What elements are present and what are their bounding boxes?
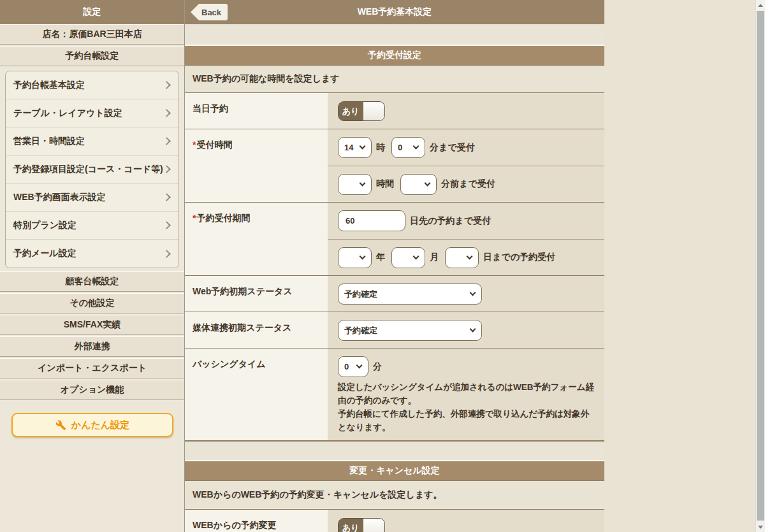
sidebar-item-other-settings[interactable]: その他設定 [0, 293, 184, 313]
sidebar-item-label: 予約登録項目設定(コース・コード等) [13, 164, 163, 175]
setting-label: Web予約初期ステータス [185, 276, 328, 312]
minute-suffix: 分まで受付 [430, 142, 475, 154]
section-header-reception: 予約受付設定 [185, 46, 604, 66]
reservation-ledger-submenu: 予約台帳基本設定 テーブル・レイアウト設定 営業日・時間設定 予約登録項目設定(… [5, 71, 179, 268]
bashing-time-select[interactable]: 0 [338, 356, 368, 377]
sidebar-item-label: 営業日・時間設定 [13, 136, 85, 147]
setting-row-bashing-time: バッシングタイム 0 分 設定したバッシングタイムが追加されるのはWEB予約フォ… [185, 349, 604, 441]
web-status-select[interactable]: 予約確定 [338, 284, 482, 305]
hour-suffix: 時 [376, 142, 385, 154]
sidebar-group-reservation-ledger[interactable]: 予約台帳設定 [0, 46, 184, 66]
bashing-suffix: 分 [373, 361, 382, 373]
store-name-row: 店名：原価BAR三田本店 [0, 24, 184, 45]
sidebar-item-registration-items[interactable]: 予約登録項目設定(コース・コード等) [6, 155, 178, 183]
chevron-down-icon [413, 143, 419, 150]
setting-label: 媒体連携初期ステータス [185, 312, 328, 348]
spacer-row [185, 441, 604, 461]
toggle-on-label: あり [339, 519, 363, 532]
chevron-down-icon [467, 253, 473, 259]
chevron-down-icon [360, 180, 366, 186]
chevron-right-icon [163, 109, 171, 117]
back-button[interactable]: Back [191, 4, 228, 20]
sidebar-item-label: 特別プラン設定 [13, 220, 76, 231]
chevron-right-icon [163, 250, 171, 258]
section-description: WEB予約の可能な時間を設定します [185, 66, 604, 93]
settings-sidebar: 設定 店名：原価BAR三田本店 予約台帳設定 予約台帳基本設定 テーブル・レイア… [0, 0, 185, 532]
sidebar-item-label: WEB予約画面表示設定 [13, 192, 106, 203]
easy-setup-label: かんたん設定 [71, 419, 129, 431]
sidebar-item-import-export[interactable]: インポート・エクスポート [0, 358, 184, 378]
chevron-down-icon [470, 326, 476, 333]
required-mark: * [193, 213, 196, 223]
before-minute-suffix: 分前まで受付 [441, 178, 495, 190]
scroll-down-button[interactable] [756, 522, 765, 532]
setting-row-reception-period: *予約受付期間 日先の予約まで受付 年 月 [185, 203, 604, 276]
toggle-on-label: あり [339, 102, 363, 120]
sidebar-item-option-features[interactable]: オプション機能 [0, 380, 184, 400]
setting-row-reception-time: *受付時間 14 時 0 分まで受付 [185, 129, 604, 203]
reception-hour-select[interactable]: 14 [338, 137, 372, 158]
sidebar-item-customer-ledger[interactable]: 顧客台帳設定 [0, 271, 184, 292]
bashing-note-2: 予約台帳にて作成した予約、外部連携で取り込んだ予約は対象外となります。 [338, 408, 594, 435]
setting-label: *受付時間 [185, 129, 328, 202]
chevron-down-icon [470, 290, 476, 296]
reception-minute-select[interactable]: 0 [391, 137, 425, 158]
sidebar-title: 設定 [0, 0, 184, 24]
chevron-right-icon [163, 221, 171, 229]
page-title: WEB予約基本設定 [185, 6, 604, 18]
sidebar-item-special-plan[interactable]: 特別プラン設定 [6, 212, 178, 240]
chevron-down-icon [413, 253, 419, 259]
setting-row-web-status: Web予約初期ステータス 予約確定 [185, 276, 604, 312]
web-change-toggle[interactable]: あり [338, 518, 385, 532]
sidebar-item-ledger-basic[interactable]: 予約台帳基本設定 [6, 71, 178, 99]
sidebar-item-sms-fax[interactable]: SMS/FAX実績 [0, 315, 184, 335]
period-day-select[interactable] [445, 247, 479, 268]
setting-label: 当日予約 [185, 93, 328, 129]
same-day-toggle[interactable]: あり [338, 101, 385, 121]
main-content: Back WEB予約基本設定 予約受付設定 WEB予約の可能な時間を設定します … [185, 0, 604, 532]
period-year-select[interactable] [338, 247, 372, 268]
before-hour-suffix: 時間 [376, 178, 394, 190]
month-suffix: 月 [430, 252, 439, 263]
sidebar-item-table-layout[interactable]: テーブル・レイアウト設定 [6, 99, 178, 127]
page-gutter [604, 0, 755, 532]
sidebar-item-label: テーブル・レイアウト設定 [13, 108, 122, 119]
page-header: Back WEB予約基本設定 [185, 0, 604, 24]
easy-setup-button[interactable]: かんたん設定 [11, 413, 173, 437]
chevron-right-icon [163, 165, 171, 173]
period-month-select[interactable] [391, 247, 425, 268]
bashing-note-1: 設定したバッシングタイムが追加されるのはWEB予約フォーム経由の予約のみです。 [338, 381, 594, 408]
year-suffix: 年 [376, 252, 385, 263]
setting-row-media-status: 媒体連携初期ステータス 予約確定 [185, 312, 604, 349]
media-status-select[interactable]: 予約確定 [338, 320, 482, 341]
chevron-right-icon [163, 193, 171, 201]
days-suffix: 日先の予約まで受付 [410, 215, 491, 227]
setting-row-same-day: 当日予約 あり [185, 93, 604, 129]
wrench-icon [55, 420, 66, 431]
required-mark: * [193, 140, 196, 150]
before-minute-select[interactable] [400, 174, 437, 195]
sidebar-item-external-link[interactable]: 外部連携 [0, 336, 184, 357]
scrollbar-thumb[interactable] [757, 11, 764, 521]
sidebar-item-label: 予約台帳基本設定 [13, 80, 85, 91]
period-days-input[interactable] [338, 210, 405, 231]
setting-label: WEBからの予約変更 [185, 510, 328, 532]
sidebar-item-business-hours[interactable]: 営業日・時間設定 [6, 127, 178, 155]
sidebar-item-reservation-mail[interactable]: 予約メール設定 [6, 240, 178, 268]
toggle-knob [363, 519, 384, 532]
chevron-down-icon [360, 143, 366, 150]
setting-row-web-change: WEBからの予約変更 あり [185, 510, 604, 532]
sidebar-item-web-display[interactable]: WEB予約画面表示設定 [6, 183, 178, 212]
toggle-knob [363, 102, 384, 120]
vertical-scrollbar[interactable] [755, 0, 765, 532]
setting-label: *予約受付期間 [185, 203, 328, 275]
chevron-down-icon [360, 253, 366, 259]
before-hour-select[interactable] [338, 174, 372, 195]
chevron-right-icon [163, 81, 171, 89]
spacer-row [185, 24, 604, 46]
chevron-down-icon [425, 180, 431, 186]
chevron-right-icon [163, 137, 171, 145]
app-window: 設定 店名：原価BAR三田本店 予約台帳設定 予約台帳基本設定 テーブル・レイア… [0, 0, 765, 532]
scroll-up-button[interactable] [756, 0, 765, 10]
sidebar-item-label: 予約メール設定 [13, 248, 76, 259]
